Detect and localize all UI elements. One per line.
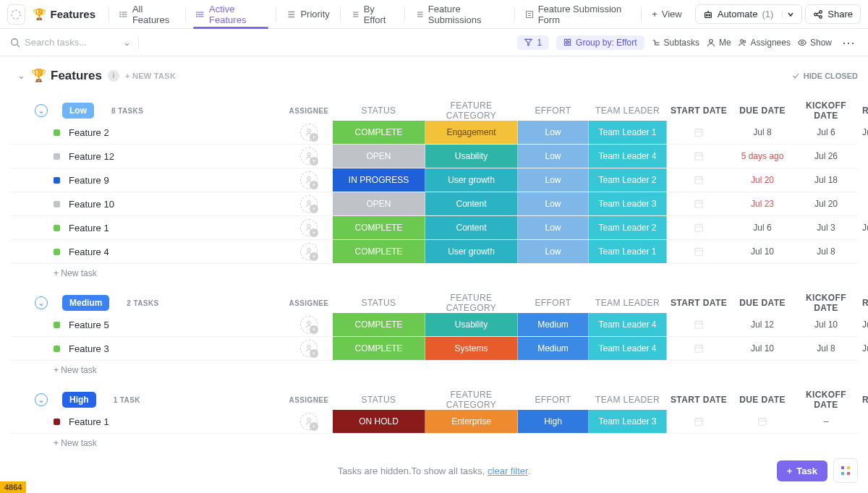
col-assignee[interactable]: ASSIGNEE [285, 396, 333, 404]
start-date-cell[interactable] [667, 168, 731, 192]
kickoff-date-cell[interactable]: – [794, 410, 858, 433]
col-category[interactable]: FEATURE CATEGORY [425, 390, 518, 410]
status-cell[interactable]: COMPLETE [333, 337, 425, 360]
due-date-cell[interactable]: Jul 20 [731, 168, 794, 192]
share-button[interactable]: Share [805, 4, 861, 24]
col-start[interactable]: START DATE [667, 298, 731, 308]
due-date-cell[interactable]: Jul 23 [731, 192, 794, 215]
kickoff-date-cell[interactable]: Jul 18 [794, 168, 858, 192]
review-cell[interactable] [858, 410, 868, 433]
start-date-cell[interactable] [667, 192, 731, 215]
col-review[interactable]: REVIEW [858, 298, 868, 308]
task-name-cell[interactable]: Feature 1 [10, 410, 285, 433]
task-name-cell[interactable]: Feature 3 [10, 337, 285, 360]
task-name-cell[interactable]: Feature 1 [10, 216, 285, 239]
group-badge[interactable]: Medium [62, 295, 109, 311]
category-cell[interactable]: Content [425, 216, 518, 239]
col-kickoff[interactable]: KICKOFF DATE [794, 390, 858, 410]
new-task-inline-button[interactable]: + NEW TASK [125, 72, 176, 80]
leader-cell[interactable]: Team Leader 4 [589, 313, 667, 336]
col-due[interactable]: DUE DATE [731, 106, 794, 116]
due-date-cell[interactable]: Jul 12 [731, 313, 794, 336]
app-icon[interactable] [7, 4, 25, 25]
due-date-cell[interactable]: Jul 10 [731, 240, 794, 263]
review-cell[interactable]: Ju [858, 216, 868, 239]
start-date-cell[interactable] [667, 337, 731, 360]
show-button[interactable]: Show [798, 38, 832, 48]
assignee-cell[interactable] [285, 313, 333, 336]
effort-cell[interactable]: Low [518, 168, 589, 192]
col-review[interactable]: REVIEW [858, 395, 868, 405]
status-cell[interactable]: ON HOLD [333, 410, 425, 433]
automate-button[interactable]: Automate (1) [695, 4, 803, 24]
leader-cell[interactable]: Team Leader 3 [589, 410, 667, 433]
task-name-cell[interactable]: Feature 12 [10, 145, 285, 168]
task-name[interactable]: Feature 4 [69, 246, 109, 257]
col-effort[interactable]: EFFORT [518, 298, 589, 308]
task-name[interactable]: Feature 9 [69, 175, 109, 186]
kickoff-date-cell[interactable]: Jul 3 [794, 216, 858, 239]
assignee-cell[interactable] [285, 168, 333, 192]
start-date-cell[interactable] [667, 121, 731, 144]
kickoff-date-cell[interactable]: Jul 8 [794, 337, 858, 360]
col-kickoff[interactable]: KICKOFF DATE [794, 100, 858, 121]
group-badge[interactable]: Low [62, 103, 94, 119]
category-cell[interactable]: User growth [425, 240, 518, 263]
assignee-cell[interactable] [285, 121, 333, 144]
due-date-cell[interactable]: Jul 8 [731, 121, 794, 144]
table-row[interactable]: Feature 9IN PROGRESSUser growthLowTeam L… [10, 168, 858, 192]
status-cell[interactable]: OPEN [333, 192, 425, 215]
due-date-cell[interactable]: Jul 6 [731, 216, 794, 239]
review-cell[interactable]: Ju [858, 121, 868, 144]
col-due[interactable]: DUE DATE [731, 395, 794, 405]
assignee-cell[interactable] [285, 192, 333, 215]
review-cell[interactable] [858, 240, 868, 263]
chevron-down-icon[interactable]: ⌄ [35, 104, 48, 117]
table-row[interactable]: Feature 1COMPLETEContentLowTeam Leader 2… [10, 216, 858, 240]
tab-by-effort[interactable]: By Effort [344, 0, 401, 29]
col-leader[interactable]: TEAM LEADER [589, 395, 667, 405]
table-row[interactable]: Feature 12OPENUsabilityLowTeam Leader 45… [10, 145, 858, 168]
kickoff-date-cell[interactable]: Jul 6 [794, 121, 858, 144]
leader-cell[interactable]: Team Leader 4 [589, 145, 667, 168]
task-name-cell[interactable]: Feature 9 [10, 168, 285, 192]
task-name[interactable]: Feature 2 [69, 127, 109, 138]
assignee-placeholder-icon[interactable] [300, 413, 318, 430]
col-leader[interactable]: TEAM LEADER [589, 106, 667, 116]
col-status[interactable]: STATUS [333, 395, 425, 405]
effort-cell[interactable]: Low [518, 216, 589, 239]
chevron-down-icon[interactable]: ⌄ [123, 37, 131, 48]
col-status[interactable]: STATUS [333, 106, 425, 116]
me-button[interactable]: Me [707, 38, 731, 48]
task-name-cell[interactable]: Feature 5 [10, 313, 285, 336]
search-input[interactable] [25, 37, 119, 48]
col-kickoff[interactable]: KICKOFF DATE [794, 293, 858, 313]
add-view-button[interactable]: + View [644, 9, 689, 20]
search-wrap[interactable]: ⌄ [10, 37, 131, 48]
col-category[interactable]: FEATURE CATEGORY [425, 293, 518, 313]
apps-fab[interactable] [833, 458, 858, 483]
group-by-pill[interactable]: Group by: Effort [556, 35, 644, 50]
review-cell[interactable] [858, 145, 868, 168]
review-cell[interactable]: Ju [858, 337, 868, 360]
effort-cell[interactable]: High [518, 410, 589, 433]
chevron-down-icon[interactable]: ⌄ [35, 296, 48, 309]
leader-cell[interactable]: Team Leader 2 [589, 168, 667, 192]
start-date-cell[interactable] [667, 313, 731, 336]
due-date-cell[interactable] [731, 410, 794, 433]
chevron-down-icon[interactable]: ⌄ [17, 70, 25, 81]
effort-cell[interactable]: Low [518, 145, 589, 168]
tab-feature-submissions[interactable]: Feature Submissions [408, 0, 511, 29]
new-task-row-button[interactable]: + New task [10, 264, 858, 283]
info-icon[interactable]: i [108, 70, 119, 82]
start-date-cell[interactable] [667, 410, 731, 433]
leader-cell[interactable]: Team Leader 1 [589, 240, 667, 263]
assignee-placeholder-icon[interactable] [300, 147, 318, 165]
group-badge[interactable]: High [62, 392, 96, 408]
task-name[interactable]: Feature 10 [69, 199, 114, 210]
due-date-cell[interactable]: Jul 10 [731, 337, 794, 360]
assignee-placeholder-icon[interactable] [300, 243, 318, 260]
category-cell[interactable]: Systems [425, 337, 518, 360]
col-category[interactable]: FEATURE CATEGORY [425, 100, 518, 121]
col-effort[interactable]: EFFORT [518, 106, 589, 116]
